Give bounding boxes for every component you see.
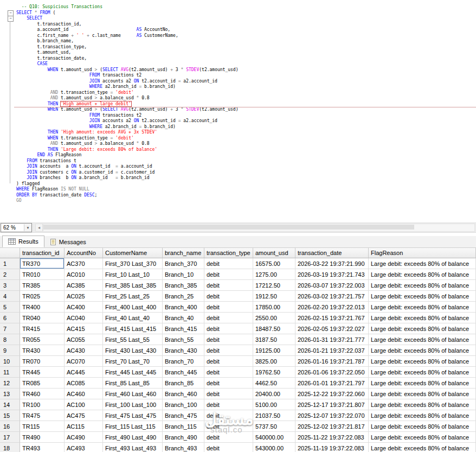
grid-cell[interactable]: debit (204, 313, 253, 323)
grid-cell[interactable]: 2025-11-22 19:37:22.083 (295, 432, 369, 443)
grid-cell[interactable]: Branch_475 (163, 410, 204, 421)
column-header[interactable]: transaction_id (20, 248, 65, 258)
grid-cell[interactable]: 2026-01-01 19:37:21.797 (295, 378, 369, 389)
grid-cell[interactable]: TR385 (20, 280, 65, 291)
grid-cell[interactable]: Large debit: exceeds 80% of balance (369, 269, 476, 280)
results-grid[interactable]: transaction_idAccountNoCustomerNamebranc… (0, 248, 476, 452)
grid-cell[interactable]: debit (204, 280, 253, 291)
grid-cell[interactable]: AC025 (65, 291, 103, 302)
grid-cell[interactable]: debit (204, 302, 253, 313)
grid-cell[interactable]: AC040 (65, 313, 103, 323)
grid-cell[interactable]: debit (204, 378, 253, 389)
grid-cell[interactable]: Branch_55 (163, 334, 204, 345)
grid-cell[interactable]: First_460 Last_460 (103, 389, 163, 399)
grid-cell[interactable]: AC493 (65, 443, 103, 452)
grid-cell[interactable]: TR445 (20, 367, 65, 378)
row-number[interactable]: 7 (0, 323, 20, 334)
grid-cell[interactable]: AC400 (65, 302, 103, 313)
grid-cell[interactable]: First_445 Last_445 (103, 367, 163, 378)
grid-cell[interactable]: TR400 (20, 302, 65, 313)
grid-cell[interactable]: TR070 (20, 356, 65, 367)
grid-cell[interactable]: 2026-01-21 19:37:22.037 (295, 345, 369, 356)
row-number[interactable]: 10 (0, 356, 20, 367)
grid-cell[interactable]: AC415 (65, 323, 103, 334)
scrollbar-thumb[interactable] (43, 225, 414, 230)
grid-cell[interactable]: Large debit: exceeds 80% of balance (369, 367, 476, 378)
grid-cell[interactable]: Large debit: exceeds 80% of balance (369, 432, 476, 443)
grid-cell[interactable]: Large debit: exceeds 80% of balance (369, 389, 476, 399)
grid-cell[interactable]: debit (204, 399, 253, 410)
grid-cell[interactable]: 21037.50 (253, 410, 295, 421)
grid-cell[interactable]: 2025-12-22 19:37:22.060 (295, 389, 369, 399)
grid-cell[interactable]: TR490 (20, 432, 65, 443)
grid-cell[interactable]: Branch_370 (163, 258, 204, 269)
grid-cell[interactable]: AC055 (65, 334, 103, 345)
grid-cell[interactable]: TR415 (20, 323, 65, 334)
grid-cell[interactable]: AC370 (65, 258, 103, 269)
grid-cell[interactable]: 16575.00 (253, 258, 295, 269)
grid-cell[interactable]: 2025-12-07 19:37:22.070 (295, 410, 369, 421)
grid-cell[interactable]: TR025 (20, 291, 65, 302)
column-header[interactable]: FlagReason (369, 248, 476, 258)
grid-cell[interactable]: Large debit: exceeds 80% of balance (369, 399, 476, 410)
grid-cell[interactable]: 2026-03-07 19:37:22.003 (295, 280, 369, 291)
grid-cell[interactable]: First_475 Last_475 (103, 410, 163, 421)
grid-cell[interactable]: 3187.50 (253, 334, 295, 345)
row-number[interactable]: 6 (0, 313, 20, 323)
row-number[interactable]: 2 (0, 269, 20, 280)
grid-cell[interactable]: 1275.00 (253, 269, 295, 280)
row-number[interactable]: 11 (0, 367, 20, 378)
grid-cell[interactable]: debit (204, 389, 253, 399)
column-header[interactable]: transaction_type (204, 248, 253, 258)
tab-results[interactable]: Results (2, 235, 44, 247)
grid-cell[interactable]: Large debit: exceeds 80% of balance (369, 345, 476, 356)
column-header[interactable]: CustomerName (103, 248, 163, 258)
grid-cell[interactable]: First_430 Last_430 (103, 345, 163, 356)
sql-code[interactable]: -- Q10: Suspicious TransactionsSELECT * … (0, 0, 476, 204)
grid-cell[interactable]: TR010 (20, 269, 65, 280)
grid-cell[interactable]: 2026-02-20 19:37:22.013 (295, 302, 369, 313)
row-number[interactable]: 15 (0, 410, 20, 421)
grid-cell[interactable]: debit (204, 356, 253, 367)
grid-cell[interactable]: 2026-01-06 19:37:22.050 (295, 367, 369, 378)
grid-cell[interactable]: First_490 Last_490 (103, 432, 163, 443)
grid-cell[interactable]: AC070 (65, 356, 103, 367)
grid-cell[interactable]: 2026-01-16 19:37:21.787 (295, 356, 369, 367)
row-number[interactable]: 16 (0, 421, 20, 432)
grid-cell[interactable]: AC385 (65, 280, 103, 291)
grid-cell[interactable]: 1912.50 (253, 291, 295, 302)
grid-cell[interactable]: 2026-02-05 19:37:22.027 (295, 323, 369, 334)
row-number[interactable]: 1 (0, 258, 20, 269)
scroll-left-icon[interactable]: ◂ (35, 224, 43, 232)
row-number[interactable]: 13 (0, 389, 20, 399)
grid-cell[interactable]: Large debit: exceeds 80% of balance (369, 280, 476, 291)
grid-cell[interactable]: 2550.00 (253, 313, 295, 323)
grid-cell[interactable]: Branch_490 (163, 432, 204, 443)
row-number[interactable]: 3 (0, 280, 20, 291)
grid-cell[interactable]: TR460 (20, 389, 65, 399)
grid-cell[interactable]: Large debit: exceeds 80% of balance (369, 378, 476, 389)
grid-cell[interactable]: debit (204, 421, 253, 432)
sql-editor[interactable]: − − -- Q10: Suspicious TransactionsSELEC… (0, 0, 476, 223)
grid-cell[interactable]: 2026-03-02 19:37:21.757 (295, 291, 369, 302)
row-number[interactable]: 5 (0, 302, 20, 313)
column-header[interactable]: transaction_date (295, 248, 369, 258)
row-number[interactable]: 12 (0, 378, 20, 389)
column-header[interactable]: amount_usd (253, 248, 295, 258)
grid-cell[interactable]: First_493 Last_493 (103, 443, 163, 452)
grid-cell[interactable]: Branch_400 (163, 302, 204, 313)
grid-cell[interactable]: AC010 (65, 269, 103, 280)
grid-cell[interactable]: debit (204, 443, 253, 452)
grid-cell[interactable]: TR475 (20, 410, 65, 421)
grid-cell[interactable]: Branch_445 (163, 367, 204, 378)
grid-cell[interactable]: 3825.00 (253, 356, 295, 367)
grid-cell[interactable]: Large debit: exceeds 80% of balance (369, 291, 476, 302)
grid-cell[interactable]: 543000.00 (253, 443, 295, 452)
grid-cell[interactable]: debit (204, 367, 253, 378)
row-number[interactable]: 17 (0, 432, 20, 443)
grid-cell[interactable]: Branch_493 (163, 443, 204, 452)
grid-cell[interactable]: 540000.00 (253, 432, 295, 443)
grid-cell[interactable]: Branch_415 (163, 323, 204, 334)
grid-cell[interactable]: TR100 (20, 399, 65, 410)
grid-cell[interactable]: TR493 (20, 443, 65, 452)
